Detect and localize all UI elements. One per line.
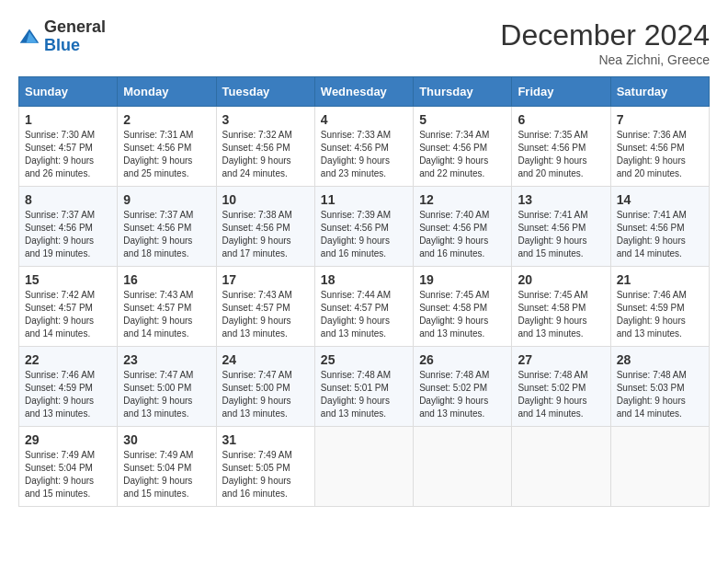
title-block: December 2024 Nea Zichni, Greece bbox=[500, 18, 710, 67]
weekday-header-friday: Friday bbox=[512, 77, 610, 107]
day-number: 21 bbox=[617, 272, 703, 287]
calendar-cell: 23Sunrise: 7:47 AMSunset: 5:00 PMDayligh… bbox=[118, 347, 216, 427]
day-number: 2 bbox=[123, 112, 210, 127]
cell-info: Sunrise: 7:48 AMSunset: 5:03 PMDaylight:… bbox=[617, 369, 703, 420]
cell-info: Sunrise: 7:48 AMSunset: 5:02 PMDaylight:… bbox=[419, 369, 506, 420]
cell-info: Sunrise: 7:34 AMSunset: 4:56 PMDaylight:… bbox=[419, 129, 506, 180]
calendar-cell: 1Sunrise: 7:30 AMSunset: 4:57 PMDaylight… bbox=[19, 107, 118, 187]
day-number: 1 bbox=[25, 112, 111, 127]
day-number: 16 bbox=[123, 272, 210, 287]
calendar-cell: 19Sunrise: 7:45 AMSunset: 4:58 PMDayligh… bbox=[414, 267, 512, 347]
cell-info: Sunrise: 7:48 AMSunset: 5:01 PMDaylight:… bbox=[321, 369, 407, 420]
weekday-header-thursday: Thursday bbox=[414, 77, 512, 107]
day-number: 18 bbox=[321, 272, 407, 287]
cell-info: Sunrise: 7:45 AMSunset: 4:58 PMDaylight:… bbox=[419, 289, 506, 340]
cell-info: Sunrise: 7:41 AMSunset: 4:56 PMDaylight:… bbox=[617, 209, 703, 260]
calendar-cell: 16Sunrise: 7:43 AMSunset: 4:57 PMDayligh… bbox=[118, 267, 216, 347]
cell-info: Sunrise: 7:49 AMSunset: 5:04 PMDaylight:… bbox=[25, 449, 111, 500]
page-header: General Blue December 2024 Nea Zichni, G… bbox=[18, 18, 710, 67]
day-number: 8 bbox=[25, 192, 111, 207]
cell-info: Sunrise: 7:49 AMSunset: 5:04 PMDaylight:… bbox=[123, 449, 210, 500]
cell-info: Sunrise: 7:40 AMSunset: 4:56 PMDaylight:… bbox=[419, 209, 506, 260]
calendar-cell: 18Sunrise: 7:44 AMSunset: 4:57 PMDayligh… bbox=[314, 267, 413, 347]
calendar-cell: 4Sunrise: 7:33 AMSunset: 4:56 PMDaylight… bbox=[314, 107, 413, 187]
calendar-cell: 30Sunrise: 7:49 AMSunset: 5:04 PMDayligh… bbox=[118, 427, 216, 507]
cell-info: Sunrise: 7:46 AMSunset: 4:59 PMDaylight:… bbox=[617, 289, 703, 340]
calendar-cell: 3Sunrise: 7:32 AMSunset: 4:56 PMDaylight… bbox=[216, 107, 314, 187]
day-number: 11 bbox=[321, 192, 407, 207]
calendar-table: SundayMondayTuesdayWednesdayThursdayFrid… bbox=[18, 76, 710, 507]
logo-general-text: General bbox=[44, 17, 106, 36]
cell-info: Sunrise: 7:43 AMSunset: 4:57 PMDaylight:… bbox=[222, 289, 309, 340]
day-number: 27 bbox=[518, 352, 604, 367]
calendar-cell: 21Sunrise: 7:46 AMSunset: 4:59 PMDayligh… bbox=[610, 267, 709, 347]
cell-info: Sunrise: 7:37 AMSunset: 4:56 PMDaylight:… bbox=[123, 209, 210, 260]
calendar-cell: 8Sunrise: 7:37 AMSunset: 4:56 PMDaylight… bbox=[19, 187, 118, 267]
day-number: 23 bbox=[123, 352, 210, 367]
day-number: 17 bbox=[222, 272, 309, 287]
day-number: 28 bbox=[617, 352, 703, 367]
day-number: 24 bbox=[222, 352, 309, 367]
cell-info: Sunrise: 7:38 AMSunset: 4:56 PMDaylight:… bbox=[222, 209, 309, 260]
cell-info: Sunrise: 7:36 AMSunset: 4:56 PMDaylight:… bbox=[617, 129, 703, 180]
calendar-cell bbox=[512, 427, 610, 507]
cell-info: Sunrise: 7:39 AMSunset: 4:56 PMDaylight:… bbox=[321, 209, 407, 260]
day-number: 6 bbox=[518, 112, 604, 127]
calendar-cell: 6Sunrise: 7:35 AMSunset: 4:56 PMDaylight… bbox=[512, 107, 610, 187]
cell-info: Sunrise: 7:31 AMSunset: 4:56 PMDaylight:… bbox=[123, 129, 210, 180]
day-number: 12 bbox=[419, 192, 506, 207]
calendar-cell bbox=[414, 427, 512, 507]
calendar-cell bbox=[314, 427, 413, 507]
calendar-cell: 29Sunrise: 7:49 AMSunset: 5:04 PMDayligh… bbox=[19, 427, 118, 507]
cell-info: Sunrise: 7:42 AMSunset: 4:57 PMDaylight:… bbox=[25, 289, 111, 340]
calendar-cell: 17Sunrise: 7:43 AMSunset: 4:57 PMDayligh… bbox=[216, 267, 314, 347]
calendar-cell: 5Sunrise: 7:34 AMSunset: 4:56 PMDaylight… bbox=[414, 107, 512, 187]
cell-info: Sunrise: 7:41 AMSunset: 4:56 PMDaylight:… bbox=[518, 209, 604, 260]
calendar-cell: 14Sunrise: 7:41 AMSunset: 4:56 PMDayligh… bbox=[610, 187, 709, 267]
logo-icon bbox=[18, 26, 40, 48]
weekday-header-sunday: Sunday bbox=[19, 77, 118, 107]
calendar-cell bbox=[610, 427, 709, 507]
day-number: 29 bbox=[25, 432, 111, 447]
weekday-header-saturday: Saturday bbox=[610, 77, 709, 107]
cell-info: Sunrise: 7:47 AMSunset: 5:00 PMDaylight:… bbox=[123, 369, 210, 420]
cell-info: Sunrise: 7:35 AMSunset: 4:56 PMDaylight:… bbox=[518, 129, 604, 180]
cell-info: Sunrise: 7:48 AMSunset: 5:02 PMDaylight:… bbox=[518, 369, 604, 420]
calendar-cell: 20Sunrise: 7:45 AMSunset: 4:58 PMDayligh… bbox=[512, 267, 610, 347]
cell-info: Sunrise: 7:33 AMSunset: 4:56 PMDaylight:… bbox=[321, 129, 407, 180]
calendar-week-row: 1Sunrise: 7:30 AMSunset: 4:57 PMDaylight… bbox=[19, 107, 710, 187]
day-number: 10 bbox=[222, 192, 309, 207]
logo: General Blue bbox=[18, 18, 106, 55]
day-number: 25 bbox=[321, 352, 407, 367]
cell-info: Sunrise: 7:30 AMSunset: 4:57 PMDaylight:… bbox=[25, 129, 111, 180]
calendar-week-row: 8Sunrise: 7:37 AMSunset: 4:56 PMDaylight… bbox=[19, 187, 710, 267]
day-number: 3 bbox=[222, 112, 309, 127]
day-number: 26 bbox=[419, 352, 506, 367]
day-number: 20 bbox=[518, 272, 604, 287]
cell-info: Sunrise: 7:44 AMSunset: 4:57 PMDaylight:… bbox=[321, 289, 407, 340]
calendar-cell: 7Sunrise: 7:36 AMSunset: 4:56 PMDaylight… bbox=[610, 107, 709, 187]
day-number: 4 bbox=[321, 112, 407, 127]
calendar-cell: 15Sunrise: 7:42 AMSunset: 4:57 PMDayligh… bbox=[19, 267, 118, 347]
logo-blue-text: Blue bbox=[44, 36, 80, 54]
calendar-week-row: 22Sunrise: 7:46 AMSunset: 4:59 PMDayligh… bbox=[19, 347, 710, 427]
calendar-cell: 9Sunrise: 7:37 AMSunset: 4:56 PMDaylight… bbox=[118, 187, 216, 267]
calendar-week-row: 29Sunrise: 7:49 AMSunset: 5:04 PMDayligh… bbox=[19, 427, 710, 507]
day-number: 30 bbox=[123, 432, 210, 447]
weekday-header-monday: Monday bbox=[118, 77, 216, 107]
cell-info: Sunrise: 7:45 AMSunset: 4:58 PMDaylight:… bbox=[518, 289, 604, 340]
day-number: 31 bbox=[222, 432, 309, 447]
calendar-cell: 28Sunrise: 7:48 AMSunset: 5:03 PMDayligh… bbox=[610, 347, 709, 427]
calendar-cell: 25Sunrise: 7:48 AMSunset: 5:01 PMDayligh… bbox=[314, 347, 413, 427]
day-number: 15 bbox=[25, 272, 111, 287]
day-number: 13 bbox=[518, 192, 604, 207]
weekday-header-wednesday: Wednesday bbox=[314, 77, 413, 107]
calendar-cell: 12Sunrise: 7:40 AMSunset: 4:56 PMDayligh… bbox=[414, 187, 512, 267]
weekday-header-tuesday: Tuesday bbox=[216, 77, 314, 107]
calendar-week-row: 15Sunrise: 7:42 AMSunset: 4:57 PMDayligh… bbox=[19, 267, 710, 347]
logo-text: General Blue bbox=[44, 18, 106, 55]
calendar-cell: 13Sunrise: 7:41 AMSunset: 4:56 PMDayligh… bbox=[512, 187, 610, 267]
day-number: 9 bbox=[123, 192, 210, 207]
cell-info: Sunrise: 7:37 AMSunset: 4:56 PMDaylight:… bbox=[25, 209, 111, 260]
cell-info: Sunrise: 7:43 AMSunset: 4:57 PMDaylight:… bbox=[123, 289, 210, 340]
